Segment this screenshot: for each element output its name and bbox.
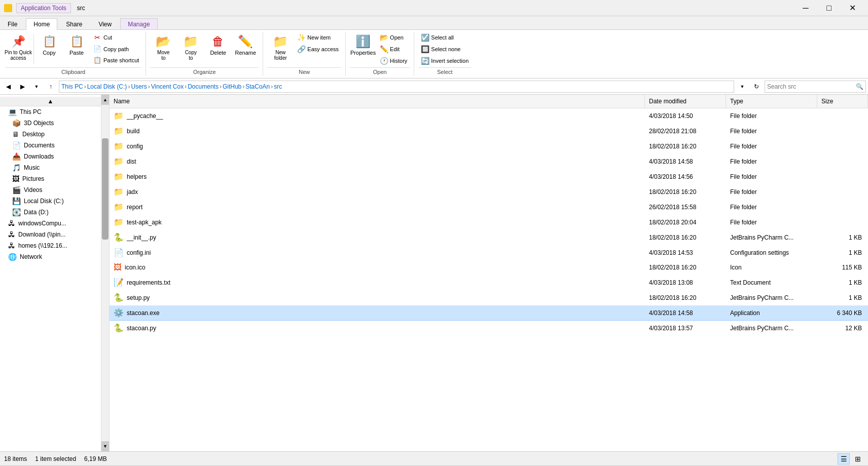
copy-button-large[interactable]: 📋 Copy: [36, 32, 62, 57]
move-to-button[interactable]: 📂 Move to: [150, 32, 176, 62]
table-row[interactable]: 📁 config 18/02/2018 16:20 File folder: [110, 139, 868, 154]
file-size-cell: 1 KB: [817, 278, 868, 288]
breadcrumb-dropdown-button[interactable]: ▼: [736, 81, 748, 93]
minimize-button[interactable]: ─: [794, 0, 817, 16]
file-size-cell: 1 KB: [817, 248, 868, 258]
breadcrumb-github[interactable]: GitHub: [223, 83, 241, 90]
large-icons-view-button[interactable]: ⊞: [852, 453, 864, 464]
search-box[interactable]: 🔍: [765, 81, 866, 93]
table-row[interactable]: 🐍 stacoan.py 4/03/2018 13:57 JetBrains P…: [110, 321, 868, 336]
file-name-cell: 📁 build: [110, 125, 645, 137]
sidebar-item-music[interactable]: 🎵 Music: [0, 162, 101, 173]
new-item-button[interactable]: ✨ New item: [295, 32, 341, 43]
breadcrumb[interactable]: This PC › Local Disk (C:) › Users › Vinc…: [59, 81, 734, 93]
up-button[interactable]: ↑: [45, 81, 57, 93]
refresh-button[interactable]: ↻: [750, 81, 763, 93]
select-all-button[interactable]: ☑️ Select all: [418, 32, 471, 43]
sidebar-scroll-track[interactable]: [101, 105, 109, 441]
easy-access-button[interactable]: 🔗 Easy access: [295, 44, 341, 55]
folder-icon: 📁: [114, 157, 124, 166]
col-header-date[interactable]: Date modified: [645, 95, 726, 108]
col-header-type[interactable]: Type: [726, 95, 817, 108]
scroll-up-button[interactable]: ▲: [0, 97, 101, 106]
breadcrumb-vincent-cox[interactable]: Vincent Cox: [151, 83, 184, 90]
sidebar-scroll-down-arrow[interactable]: ▼: [101, 441, 109, 451]
rename-button[interactable]: ✏️ Rename: [232, 32, 259, 57]
file-name-cell: 📝 requirements.txt: [110, 276, 645, 289]
sidebar-item-homes[interactable]: 🖧 homes (\\192.16...: [0, 240, 101, 251]
table-row[interactable]: 📁 test-apk_apk 18/02/2018 20:04 File fol…: [110, 215, 868, 230]
breadcrumb-this-pc[interactable]: This PC: [61, 83, 83, 90]
table-row[interactable]: 📁 report 26/02/2018 15:58 File folder: [110, 200, 868, 215]
search-input[interactable]: [767, 83, 856, 90]
table-row[interactable]: 📁 jadx 18/02/2018 16:20 File folder: [110, 184, 868, 200]
properties-button[interactable]: ℹ️ Properties: [350, 32, 376, 57]
breadcrumb-documents[interactable]: Documents: [188, 83, 219, 90]
open-button[interactable]: 📂 Open: [377, 32, 410, 43]
table-row[interactable]: 🖼 icon.ico 18/02/2018 16:20 Icon 115 KB: [110, 260, 868, 275]
table-row[interactable]: 📁 dist 4/03/2018 14:58 File folder: [110, 154, 868, 169]
src-tab-title: src: [77, 5, 85, 12]
cut-button[interactable]: ✂ Cut: [91, 32, 141, 43]
table-row[interactable]: 🐍 setup.py 18/02/2018 16:20 JetBrains Py…: [110, 290, 868, 305]
new-folder-button[interactable]: 📁 New folder: [267, 32, 294, 62]
sidebar-item-pictures[interactable]: 🖼 Pictures: [0, 173, 101, 184]
details-view-button[interactable]: ☰: [838, 453, 850, 464]
sidebar-item-download-pin[interactable]: 🖧 Download (\\pin...: [0, 229, 101, 240]
tab-view[interactable]: View: [91, 18, 119, 29]
copy-path-button[interactable]: 📄 Copy path: [91, 44, 141, 54]
close-button[interactable]: ✕: [841, 0, 864, 16]
sidebar-item-windows-compu[interactable]: 🖧 windowsCompu...: [0, 218, 101, 229]
col-header-name[interactable]: Name: [110, 95, 645, 108]
sidebar-scroll-thumb[interactable]: [102, 138, 108, 239]
back-button[interactable]: ◀: [2, 81, 14, 93]
breadcrumb-users[interactable]: Users: [131, 83, 147, 90]
sidebar-item-3d-objects[interactable]: 📦 3D Objects: [0, 118, 101, 129]
table-row[interactable]: 🐍 __init__.py 18/02/2018 16:20 JetBrains…: [110, 230, 868, 245]
col-header-size[interactable]: Size: [817, 95, 868, 108]
table-row[interactable]: 📁 __pycache__ 4/03/2018 14:50 File folde…: [110, 108, 868, 124]
tab-manage[interactable]: Manage: [120, 18, 157, 29]
breadcrumb-stacoan[interactable]: StaCoAn: [245, 83, 270, 90]
pin-to-quick-access-button[interactable]: 📌 Pin to Quick access: [5, 32, 31, 62]
breadcrumb-local-disk[interactable]: Local Disk (C:): [87, 83, 127, 90]
paste-button[interactable]: 📋 Paste: [63, 32, 90, 57]
recent-locations-button[interactable]: ▼: [30, 81, 43, 93]
forward-button[interactable]: ▶: [16, 81, 28, 93]
app-tools-tab-title[interactable]: Application Tools: [16, 3, 71, 13]
table-row[interactable]: 📝 requirements.txt 4/03/2018 13:08 Text …: [110, 275, 868, 290]
select-none-button[interactable]: 🔲 Select none: [418, 44, 471, 55]
table-row[interactable]: 📁 build 28/02/2018 21:08 File folder: [110, 124, 868, 139]
tab-share[interactable]: Share: [58, 18, 90, 29]
table-row[interactable]: 📁 helpers 4/03/2018 14:56 File folder: [110, 169, 868, 184]
copy-to-button[interactable]: 📁 Copy to: [177, 32, 204, 62]
sidebar-item-documents[interactable]: 📄 Documents: [0, 140, 101, 151]
breadcrumb-src[interactable]: src: [274, 83, 282, 90]
table-row[interactable]: 📄 config.ini 4/03/2018 14:53 Configurati…: [110, 245, 868, 260]
sidebar-item-videos[interactable]: 🎬 Videos: [0, 184, 101, 196]
sidebar-item-this-pc[interactable]: 💻 This PC: [0, 106, 101, 118]
history-icon: 🕐: [380, 57, 388, 65]
table-row[interactable]: ⚙️ stacoan.exe 4/03/2018 14:58 Applicati…: [110, 305, 868, 321]
tab-home[interactable]: Home: [26, 18, 57, 30]
sidebar-scroll-up-arrow[interactable]: ▲: [101, 95, 109, 105]
invert-selection-button[interactable]: 🔄 Invert selection: [418, 55, 471, 66]
sidebar-item-data-d[interactable]: 💽 Data (D:): [0, 207, 101, 218]
paste-shortcut-icon: 📋: [93, 56, 101, 64]
delete-button[interactable]: 🗑 Delete: [205, 32, 231, 57]
edit-button[interactable]: ✏️ Edit: [377, 44, 410, 55]
file-date-cell: 4/03/2018 13:57: [645, 323, 726, 333]
sidebar-item-desktop[interactable]: 🖥 Desktop: [0, 129, 101, 140]
sidebar-item-downloads[interactable]: 📥 Downloads: [0, 151, 101, 162]
paste-shortcut-button[interactable]: 📋 Paste shortcut: [91, 55, 141, 65]
file-type-cell: Configuration settings: [726, 248, 817, 258]
file-size-cell: 12 KB: [817, 323, 868, 333]
tab-file[interactable]: File: [0, 18, 25, 29]
new-folder-icon: 📁: [272, 33, 288, 50]
restore-button[interactable]: □: [817, 0, 841, 16]
sidebar-item-local-disk[interactable]: 💾 Local Disk (C:): [0, 196, 101, 207]
file-size-cell: [817, 114, 868, 118]
file-name-label: test-apk_apk: [127, 219, 162, 226]
sidebar-item-network[interactable]: 🌐 Network: [0, 251, 101, 262]
history-button[interactable]: 🕐 History: [377, 55, 410, 66]
